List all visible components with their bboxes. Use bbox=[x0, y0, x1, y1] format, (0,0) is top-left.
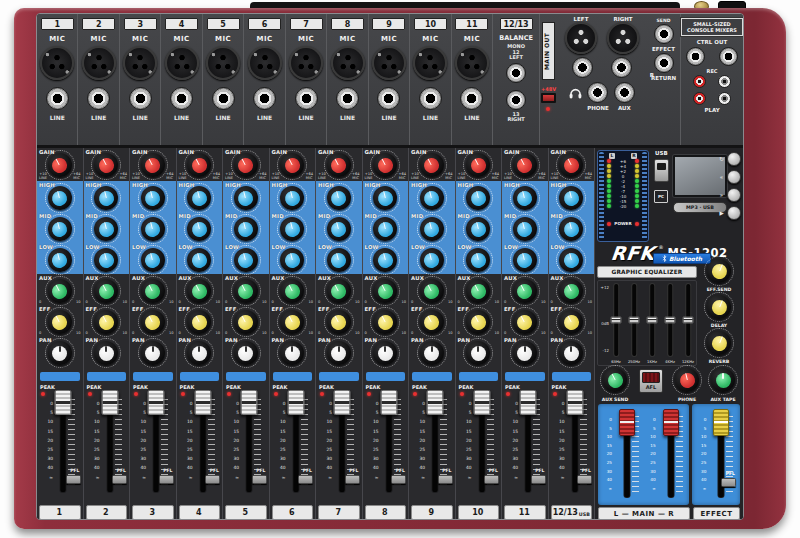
delay-knob[interactable] bbox=[707, 295, 731, 319]
high-eq-knob[interactable] bbox=[327, 186, 351, 210]
gain-knob[interactable] bbox=[187, 153, 211, 177]
pan-knob[interactable] bbox=[373, 341, 397, 365]
channel-fader[interactable] bbox=[194, 390, 211, 415]
aux-send-knob[interactable] bbox=[373, 279, 397, 303]
gain-knob[interactable] bbox=[559, 153, 583, 177]
channel-fader[interactable] bbox=[148, 390, 165, 415]
eff-send-knob[interactable] bbox=[280, 310, 304, 334]
mid-eq-knob[interactable] bbox=[141, 217, 165, 241]
aux-send-knob[interactable] bbox=[466, 279, 490, 303]
gain-knob[interactable] bbox=[94, 153, 118, 177]
effect-pfl-button[interactable] bbox=[721, 478, 736, 487]
channel-fader[interactable] bbox=[520, 390, 537, 415]
high-eq-knob[interactable] bbox=[513, 186, 537, 210]
aux-send-knob[interactable] bbox=[234, 279, 258, 303]
geq-slider[interactable] bbox=[611, 317, 622, 324]
aux-send-knob[interactable] bbox=[280, 279, 304, 303]
eff-send-knob[interactable] bbox=[373, 310, 397, 334]
mid-eq-knob[interactable] bbox=[280, 217, 304, 241]
pfl-button[interactable] bbox=[438, 475, 453, 484]
eff-send-knob[interactable] bbox=[141, 310, 165, 334]
low-eq-knob[interactable] bbox=[466, 248, 490, 272]
aux-send-knob[interactable] bbox=[94, 279, 118, 303]
mid-eq-knob[interactable] bbox=[373, 217, 397, 241]
pan-knob[interactable] bbox=[327, 341, 351, 365]
aux-send-knob[interactable] bbox=[420, 279, 444, 303]
pan-knob[interactable] bbox=[187, 341, 211, 365]
mid-eq-knob[interactable] bbox=[327, 217, 351, 241]
pan-knob[interactable] bbox=[466, 341, 490, 365]
low-eq-knob[interactable] bbox=[141, 248, 165, 272]
low-eq-knob[interactable] bbox=[373, 248, 397, 272]
aux-send-knob[interactable] bbox=[559, 279, 583, 303]
gain-knob[interactable] bbox=[420, 153, 444, 177]
pan-knob[interactable] bbox=[234, 341, 258, 365]
repeat-button[interactable] bbox=[727, 152, 741, 166]
aux-send-knob[interactable] bbox=[187, 279, 211, 303]
mid-eq-knob[interactable] bbox=[513, 217, 537, 241]
low-eq-knob[interactable] bbox=[94, 248, 118, 272]
low-eq-knob[interactable] bbox=[280, 248, 304, 272]
pfl-button[interactable] bbox=[484, 475, 499, 484]
aux-send-knob[interactable] bbox=[327, 279, 351, 303]
low-eq-knob[interactable] bbox=[48, 248, 72, 272]
low-eq-knob[interactable] bbox=[187, 248, 211, 272]
pfl-button[interactable] bbox=[159, 475, 174, 484]
high-eq-knob[interactable] bbox=[187, 186, 211, 210]
main-left-fader[interactable] bbox=[619, 409, 635, 436]
aux-send-knob[interactable] bbox=[513, 279, 537, 303]
pfl-button[interactable] bbox=[112, 475, 127, 484]
channel-fader[interactable] bbox=[101, 390, 118, 415]
eff-send-knob[interactable] bbox=[420, 310, 444, 334]
eff-send-knob[interactable] bbox=[707, 259, 731, 283]
mid-eq-knob[interactable] bbox=[559, 217, 583, 241]
afl-button[interactable]: AFL bbox=[639, 369, 663, 393]
high-eq-knob[interactable] bbox=[280, 186, 304, 210]
eff-send-knob[interactable] bbox=[187, 310, 211, 334]
pan-knob[interactable] bbox=[94, 341, 118, 365]
mid-eq-knob[interactable] bbox=[420, 217, 444, 241]
pfl-button[interactable] bbox=[531, 475, 546, 484]
low-eq-knob[interactable] bbox=[513, 248, 537, 272]
gain-knob[interactable] bbox=[141, 153, 165, 177]
pfl-button[interactable] bbox=[345, 475, 360, 484]
reverb-knob[interactable] bbox=[707, 331, 731, 355]
channel-fader[interactable] bbox=[427, 390, 444, 415]
mid-eq-knob[interactable] bbox=[466, 217, 490, 241]
high-eq-knob[interactable] bbox=[48, 186, 72, 210]
channel-fader[interactable] bbox=[55, 390, 72, 415]
pfl-button[interactable] bbox=[252, 475, 267, 484]
channel-fader[interactable] bbox=[334, 390, 351, 415]
pfl-button[interactable] bbox=[577, 475, 592, 484]
eff-send-knob[interactable] bbox=[327, 310, 351, 334]
high-eq-knob[interactable] bbox=[94, 186, 118, 210]
mid-eq-knob[interactable] bbox=[187, 217, 211, 241]
channel-fader[interactable] bbox=[287, 390, 304, 415]
eff-send-knob[interactable] bbox=[466, 310, 490, 334]
next-track-button[interactable] bbox=[727, 188, 741, 202]
channel-fader[interactable] bbox=[241, 390, 258, 415]
phone-level-knob[interactable] bbox=[675, 368, 699, 392]
gain-knob[interactable] bbox=[513, 153, 537, 177]
gain-knob[interactable] bbox=[373, 153, 397, 177]
pan-knob[interactable] bbox=[559, 341, 583, 365]
geq-slider[interactable] bbox=[665, 317, 676, 324]
pan-knob[interactable] bbox=[420, 341, 444, 365]
effect-fader[interactable] bbox=[713, 409, 729, 436]
pan-knob[interactable] bbox=[513, 341, 537, 365]
pfl-button[interactable] bbox=[298, 475, 313, 484]
high-eq-knob[interactable] bbox=[420, 186, 444, 210]
gain-knob[interactable] bbox=[234, 153, 258, 177]
mid-eq-knob[interactable] bbox=[234, 217, 258, 241]
low-eq-knob[interactable] bbox=[327, 248, 351, 272]
pan-knob[interactable] bbox=[141, 341, 165, 365]
channel-fader[interactable] bbox=[380, 390, 397, 415]
gain-knob[interactable] bbox=[466, 153, 490, 177]
channel-fader[interactable] bbox=[566, 390, 583, 415]
gain-knob[interactable] bbox=[327, 153, 351, 177]
gain-knob[interactable] bbox=[48, 153, 72, 177]
gain-knob[interactable] bbox=[280, 153, 304, 177]
mid-eq-knob[interactable] bbox=[48, 217, 72, 241]
geq-slider[interactable] bbox=[647, 317, 658, 324]
aux-send-knob[interactable] bbox=[141, 279, 165, 303]
